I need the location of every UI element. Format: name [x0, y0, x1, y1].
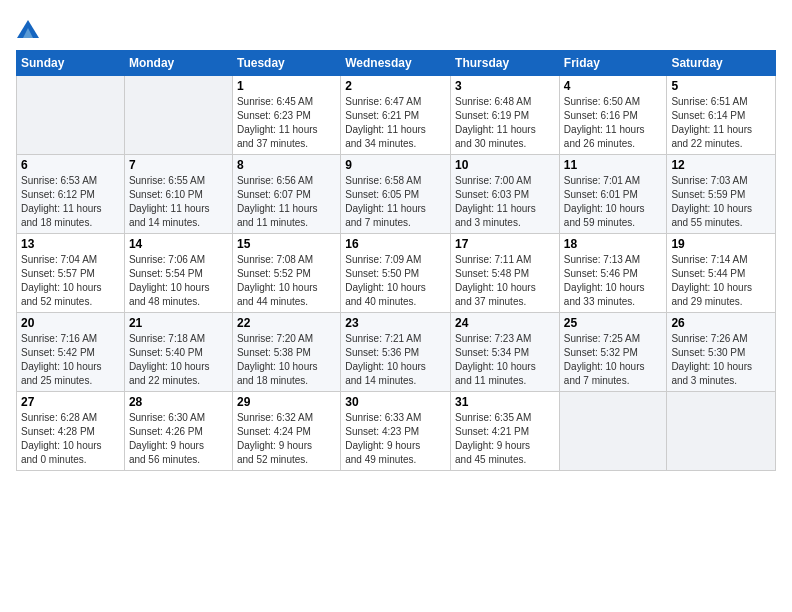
- day-number: 23: [345, 316, 446, 330]
- day-number: 7: [129, 158, 228, 172]
- calendar-cell: [667, 392, 776, 471]
- calendar-cell: 6Sunrise: 6:53 AM Sunset: 6:12 PM Daylig…: [17, 155, 125, 234]
- logo: [16, 16, 41, 40]
- day-info: Sunrise: 7:01 AM Sunset: 6:01 PM Dayligh…: [564, 174, 663, 230]
- day-number: 14: [129, 237, 228, 251]
- page-container: SundayMondayTuesdayWednesdayThursdayFrid…: [0, 0, 792, 612]
- day-info: Sunrise: 6:56 AM Sunset: 6:07 PM Dayligh…: [237, 174, 336, 230]
- day-number: 31: [455, 395, 555, 409]
- calendar-cell: 30Sunrise: 6:33 AM Sunset: 4:23 PM Dayli…: [341, 392, 451, 471]
- day-number: 3: [455, 79, 555, 93]
- calendar-cell: 11Sunrise: 7:01 AM Sunset: 6:01 PM Dayli…: [559, 155, 667, 234]
- day-info: Sunrise: 6:28 AM Sunset: 4:28 PM Dayligh…: [21, 411, 120, 467]
- calendar-cell: 15Sunrise: 7:08 AM Sunset: 5:52 PM Dayli…: [232, 234, 340, 313]
- day-number: 15: [237, 237, 336, 251]
- calendar-cell: 7Sunrise: 6:55 AM Sunset: 6:10 PM Daylig…: [124, 155, 232, 234]
- weekday-header: Sunday: [17, 51, 125, 76]
- day-number: 11: [564, 158, 663, 172]
- page-header: [16, 16, 776, 40]
- day-number: 5: [671, 79, 771, 93]
- day-number: 13: [21, 237, 120, 251]
- calendar-week-row: 13Sunrise: 7:04 AM Sunset: 5:57 PM Dayli…: [17, 234, 776, 313]
- day-number: 10: [455, 158, 555, 172]
- day-info: Sunrise: 6:45 AM Sunset: 6:23 PM Dayligh…: [237, 95, 336, 151]
- day-number: 27: [21, 395, 120, 409]
- calendar-cell: 14Sunrise: 7:06 AM Sunset: 5:54 PM Dayli…: [124, 234, 232, 313]
- calendar-cell: 26Sunrise: 7:26 AM Sunset: 5:30 PM Dayli…: [667, 313, 776, 392]
- calendar-cell: 18Sunrise: 7:13 AM Sunset: 5:46 PM Dayli…: [559, 234, 667, 313]
- weekday-header: Friday: [559, 51, 667, 76]
- day-info: Sunrise: 7:26 AM Sunset: 5:30 PM Dayligh…: [671, 332, 771, 388]
- day-number: 4: [564, 79, 663, 93]
- day-info: Sunrise: 6:33 AM Sunset: 4:23 PM Dayligh…: [345, 411, 446, 467]
- day-number: 19: [671, 237, 771, 251]
- day-number: 30: [345, 395, 446, 409]
- calendar-cell: 20Sunrise: 7:16 AM Sunset: 5:42 PM Dayli…: [17, 313, 125, 392]
- day-info: Sunrise: 7:20 AM Sunset: 5:38 PM Dayligh…: [237, 332, 336, 388]
- calendar-cell: 13Sunrise: 7:04 AM Sunset: 5:57 PM Dayli…: [17, 234, 125, 313]
- day-number: 16: [345, 237, 446, 251]
- weekday-header: Tuesday: [232, 51, 340, 76]
- day-number: 1: [237, 79, 336, 93]
- day-info: Sunrise: 7:16 AM Sunset: 5:42 PM Dayligh…: [21, 332, 120, 388]
- calendar-cell: 23Sunrise: 7:21 AM Sunset: 5:36 PM Dayli…: [341, 313, 451, 392]
- calendar-table: SundayMondayTuesdayWednesdayThursdayFrid…: [16, 50, 776, 471]
- calendar-cell: [124, 76, 232, 155]
- day-info: Sunrise: 6:47 AM Sunset: 6:21 PM Dayligh…: [345, 95, 446, 151]
- day-number: 26: [671, 316, 771, 330]
- calendar-cell: 10Sunrise: 7:00 AM Sunset: 6:03 PM Dayli…: [451, 155, 560, 234]
- calendar-cell: [17, 76, 125, 155]
- day-info: Sunrise: 7:03 AM Sunset: 5:59 PM Dayligh…: [671, 174, 771, 230]
- day-info: Sunrise: 7:21 AM Sunset: 5:36 PM Dayligh…: [345, 332, 446, 388]
- day-info: Sunrise: 7:09 AM Sunset: 5:50 PM Dayligh…: [345, 253, 446, 309]
- calendar-cell: 28Sunrise: 6:30 AM Sunset: 4:26 PM Dayli…: [124, 392, 232, 471]
- day-info: Sunrise: 7:23 AM Sunset: 5:34 PM Dayligh…: [455, 332, 555, 388]
- day-info: Sunrise: 7:08 AM Sunset: 5:52 PM Dayligh…: [237, 253, 336, 309]
- calendar-cell: 19Sunrise: 7:14 AM Sunset: 5:44 PM Dayli…: [667, 234, 776, 313]
- day-number: 28: [129, 395, 228, 409]
- day-info: Sunrise: 6:30 AM Sunset: 4:26 PM Dayligh…: [129, 411, 228, 467]
- calendar-cell: 4Sunrise: 6:50 AM Sunset: 6:16 PM Daylig…: [559, 76, 667, 155]
- day-number: 29: [237, 395, 336, 409]
- calendar-cell: 16Sunrise: 7:09 AM Sunset: 5:50 PM Dayli…: [341, 234, 451, 313]
- calendar-week-row: 20Sunrise: 7:16 AM Sunset: 5:42 PM Dayli…: [17, 313, 776, 392]
- calendar-cell: 25Sunrise: 7:25 AM Sunset: 5:32 PM Dayli…: [559, 313, 667, 392]
- calendar-cell: 29Sunrise: 6:32 AM Sunset: 4:24 PM Dayli…: [232, 392, 340, 471]
- calendar-cell: 12Sunrise: 7:03 AM Sunset: 5:59 PM Dayli…: [667, 155, 776, 234]
- day-info: Sunrise: 6:35 AM Sunset: 4:21 PM Dayligh…: [455, 411, 555, 467]
- calendar-cell: 1Sunrise: 6:45 AM Sunset: 6:23 PM Daylig…: [232, 76, 340, 155]
- calendar-cell: 2Sunrise: 6:47 AM Sunset: 6:21 PM Daylig…: [341, 76, 451, 155]
- calendar-cell: [559, 392, 667, 471]
- day-info: Sunrise: 7:00 AM Sunset: 6:03 PM Dayligh…: [455, 174, 555, 230]
- day-info: Sunrise: 6:53 AM Sunset: 6:12 PM Dayligh…: [21, 174, 120, 230]
- calendar-cell: 31Sunrise: 6:35 AM Sunset: 4:21 PM Dayli…: [451, 392, 560, 471]
- calendar-cell: 22Sunrise: 7:20 AM Sunset: 5:38 PM Dayli…: [232, 313, 340, 392]
- calendar-week-row: 27Sunrise: 6:28 AM Sunset: 4:28 PM Dayli…: [17, 392, 776, 471]
- day-info: Sunrise: 6:51 AM Sunset: 6:14 PM Dayligh…: [671, 95, 771, 151]
- calendar-week-row: 1Sunrise: 6:45 AM Sunset: 6:23 PM Daylig…: [17, 76, 776, 155]
- calendar-cell: 3Sunrise: 6:48 AM Sunset: 6:19 PM Daylig…: [451, 76, 560, 155]
- calendar-cell: 27Sunrise: 6:28 AM Sunset: 4:28 PM Dayli…: [17, 392, 125, 471]
- calendar-cell: 8Sunrise: 6:56 AM Sunset: 6:07 PM Daylig…: [232, 155, 340, 234]
- calendar-cell: 24Sunrise: 7:23 AM Sunset: 5:34 PM Dayli…: [451, 313, 560, 392]
- day-number: 25: [564, 316, 663, 330]
- weekday-header: Wednesday: [341, 51, 451, 76]
- day-info: Sunrise: 6:58 AM Sunset: 6:05 PM Dayligh…: [345, 174, 446, 230]
- calendar-cell: 9Sunrise: 6:58 AM Sunset: 6:05 PM Daylig…: [341, 155, 451, 234]
- day-info: Sunrise: 6:55 AM Sunset: 6:10 PM Dayligh…: [129, 174, 228, 230]
- logo-icon: [17, 20, 39, 38]
- day-info: Sunrise: 7:06 AM Sunset: 5:54 PM Dayligh…: [129, 253, 228, 309]
- day-number: 8: [237, 158, 336, 172]
- day-number: 6: [21, 158, 120, 172]
- weekday-header: Thursday: [451, 51, 560, 76]
- calendar-header-row: SundayMondayTuesdayWednesdayThursdayFrid…: [17, 51, 776, 76]
- calendar-week-row: 6Sunrise: 6:53 AM Sunset: 6:12 PM Daylig…: [17, 155, 776, 234]
- day-number: 2: [345, 79, 446, 93]
- day-info: Sunrise: 7:11 AM Sunset: 5:48 PM Dayligh…: [455, 253, 555, 309]
- day-number: 20: [21, 316, 120, 330]
- day-number: 17: [455, 237, 555, 251]
- day-number: 24: [455, 316, 555, 330]
- day-info: Sunrise: 6:32 AM Sunset: 4:24 PM Dayligh…: [237, 411, 336, 467]
- day-number: 18: [564, 237, 663, 251]
- day-info: Sunrise: 7:14 AM Sunset: 5:44 PM Dayligh…: [671, 253, 771, 309]
